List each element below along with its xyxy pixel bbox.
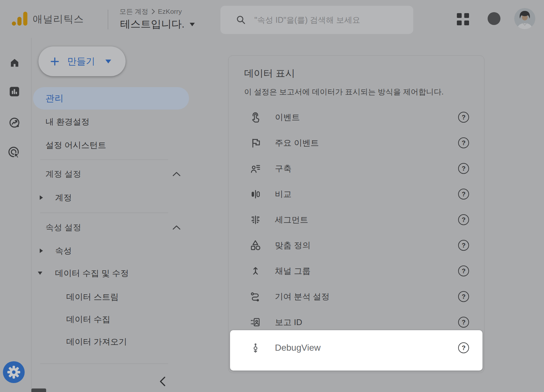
search-bar[interactable]: "속성 ID"을(를) 검색해 보세요	[220, 6, 413, 34]
card-row-custom-definitions[interactable]: 맞춤 정의	[248, 233, 477, 258]
card-row-channel-groups[interactable]: 채널 그룹	[248, 258, 477, 284]
create-button[interactable]: 만들기	[38, 46, 126, 76]
collapse-sidebar-chevron-left-icon[interactable]	[159, 376, 166, 387]
home-icon[interactable]	[9, 57, 21, 69]
rail-divider	[31, 38, 31, 392]
help-icon[interactable]	[458, 240, 469, 251]
help-icon[interactable]	[458, 291, 469, 302]
row-label: 주요 이벤트	[275, 137, 319, 149]
expand-arrow-icon[interactable]	[40, 249, 43, 253]
card-title: 데이터 표시	[244, 67, 295, 80]
row-label: 이벤트	[275, 112, 300, 123]
property-title[interactable]: 테스트입니다.	[120, 17, 185, 31]
help-icon[interactable]	[458, 163, 469, 174]
card-subtitle: 이 설정은 보고서에 데이터가 표시되는 방식을 제어합니다.	[244, 87, 444, 97]
menu-divider	[40, 159, 168, 160]
attribution-path-icon	[248, 290, 262, 304]
category-shapes-icon	[248, 238, 262, 252]
search-placeholder: "속성 ID"을(를) 검색해 보세요	[254, 15, 360, 25]
partial-bottom-element	[31, 388, 46, 392]
collapse-chevron-up-icon[interactable]	[172, 172, 181, 176]
card-row-audiences[interactable]: 구축	[248, 156, 477, 181]
card-row-reporting-identity[interactable]: 보고 ID	[248, 309, 477, 335]
flag-icon	[248, 136, 262, 150]
sidebar-item-label: 관리	[45, 92, 63, 104]
header-divider	[108, 10, 108, 29]
expand-arrow-icon[interactable]	[40, 195, 43, 200]
grid-square	[464, 13, 469, 18]
breadcrumb-account[interactable]: EzKorry	[158, 8, 182, 15]
help-icon[interactable]	[458, 112, 469, 123]
channel-merge-icon	[248, 264, 262, 278]
card-row-comparisons[interactable]: 비교	[248, 181, 477, 207]
card-row-key-events[interactable]: 주요 이벤트	[248, 130, 477, 156]
segment-icon	[248, 213, 262, 227]
sidebar-item-data-import[interactable]: 데이터 가져오기	[66, 335, 127, 348]
breadcrumb-all-accounts[interactable]: 모든 계정	[120, 7, 148, 16]
analytics-logo-icon[interactable]	[12, 11, 29, 26]
card-row-attribution-settings[interactable]: 기여 분석 설정	[248, 284, 477, 309]
app-name: 애널리틱스	[33, 13, 84, 26]
row-label: 구축	[275, 163, 292, 174]
sidebar-item-data-collection[interactable]: 데이터 수집	[66, 313, 110, 326]
plus-icon	[50, 57, 60, 66]
menu-divider	[40, 213, 168, 213]
property-caret-down-icon	[190, 23, 195, 26]
analytics-admin-screen: 애널리틱스 모든 계정 EzKorry 테스트입니다. "속성 ID"을(를) …	[0, 0, 544, 392]
breadcrumb-chevron-icon	[151, 9, 155, 14]
sidebar-item-account[interactable]: 계정	[55, 191, 72, 204]
property-switcher[interactable]: 테스트입니다.	[120, 17, 195, 31]
apps-grid-icon[interactable]	[457, 13, 469, 25]
admin-settings-gear-icon[interactable]	[3, 361, 25, 383]
sidebar-item-setup-assistant[interactable]: 설정 어시스턴트	[45, 139, 106, 151]
sidebar-item-admin[interactable]: 관리	[33, 87, 189, 110]
row-label: 채널 그룹	[275, 265, 310, 277]
reports-icon[interactable]	[8, 85, 21, 98]
help-icon[interactable]	[458, 214, 469, 225]
row-label: 세그먼트	[275, 214, 308, 225]
row-label: DebugView	[275, 343, 321, 353]
sidebar-item-data-collection-modification[interactable]: 데이터 수집 및 수정	[55, 267, 129, 280]
row-label: 맞춤 정의	[275, 240, 310, 251]
debug-timeline-icon	[248, 341, 262, 355]
help-icon[interactable]	[458, 265, 469, 276]
compare-icon	[248, 187, 262, 201]
card-row-events[interactable]: 이벤트	[248, 104, 477, 130]
create-button-label: 만들기	[67, 55, 95, 68]
collapse-chevron-up-icon[interactable]	[172, 225, 181, 230]
help-icon[interactable]	[458, 317, 469, 328]
breadcrumb[interactable]: 모든 계정 EzKorry	[120, 7, 182, 16]
section-property-settings[interactable]: 속성 설정	[45, 221, 81, 234]
row-label: 기여 분석 설정	[275, 291, 329, 302]
grid-square	[457, 20, 462, 25]
help-icon[interactable]	[458, 189, 469, 200]
audience-icon	[248, 161, 262, 176]
header-help-icon[interactable]	[488, 12, 500, 25]
sidebar-item-data-streams[interactable]: 데이터 스트림	[66, 290, 119, 303]
tap-event-icon	[248, 110, 262, 124]
row-label: 보고 ID	[275, 317, 302, 328]
card-row-debugview[interactable]: DebugView	[248, 335, 477, 361]
user-avatar[interactable]	[514, 8, 535, 29]
advertising-icon[interactable]	[7, 146, 21, 160]
menu-divider	[40, 363, 168, 364]
grid-square	[464, 20, 469, 25]
search-icon	[236, 15, 246, 25]
create-caret-down-icon[interactable]	[105, 60, 111, 63]
row-label: 비교	[275, 189, 292, 200]
help-icon[interactable]	[458, 137, 469, 148]
help-icon[interactable]	[458, 342, 469, 353]
sidebar-item-property[interactable]: 속성	[55, 244, 72, 257]
sidebar-item-my-preferences[interactable]: 내 환경설정	[45, 115, 89, 128]
section-account-settings[interactable]: 계정 설정	[45, 167, 81, 180]
collapse-arrow-down-icon[interactable]	[38, 272, 42, 275]
card-row-segments[interactable]: 세그먼트	[248, 207, 477, 233]
reporting-id-card-icon	[248, 315, 262, 329]
explore-icon[interactable]	[8, 116, 21, 129]
grid-square	[457, 13, 462, 18]
